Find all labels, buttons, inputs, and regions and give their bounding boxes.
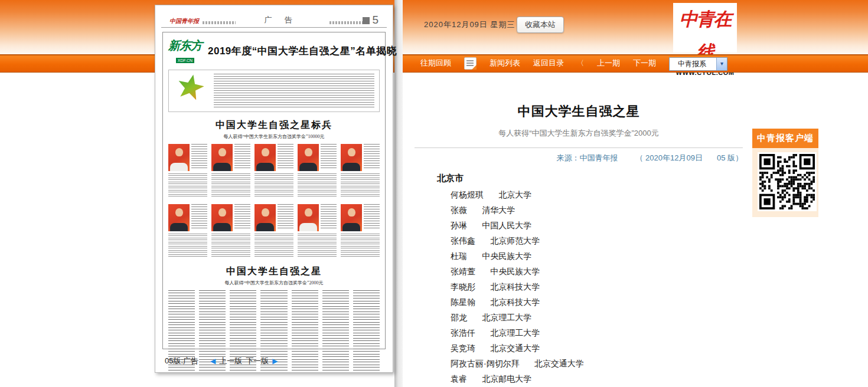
profile-bio-lines [341, 234, 380, 257]
profile-name-lines [278, 204, 293, 230]
student-row: 孙琳中国人民大学 [451, 218, 743, 233]
xdf-logo-text: 新东方 [168, 39, 202, 52]
article-title: 中国大学生自强之星 [415, 103, 743, 120]
paper-series-select[interactable]: 中青报系 ▾ [669, 57, 727, 71]
portrait-photo [168, 144, 190, 171]
student-row: 陈星翰北京科技大学 [451, 294, 743, 310]
profile-bio-lines [254, 234, 293, 257]
current-page-label: 05版:广告 [165, 356, 198, 366]
portrait-photo [168, 204, 190, 231]
profile-name-lines [364, 204, 380, 230]
profile-name-lines [234, 144, 250, 170]
profile-cell [254, 204, 293, 258]
intro-box [168, 70, 380, 112]
profile-name-lines [321, 144, 337, 170]
student-row: 张浩仟北京理工大学 [451, 325, 743, 340]
source-label: 来源： [556, 153, 579, 162]
profile-cell [254, 144, 293, 198]
issue-info: （ 2020年12月09日 [635, 153, 702, 162]
profile-name-lines [278, 144, 293, 170]
profile-bio-lines [254, 173, 293, 197]
xdf-logo: 新东方 XDF.CN [168, 38, 202, 64]
nav-next-issue[interactable]: 下一期 [633, 58, 656, 68]
page-number-block: 5 [363, 15, 378, 25]
article-subtitle: 每人获得“中国大学生新东方自强奖学金”2000元 [415, 128, 743, 139]
current-date: 2020年12月09日 星期三 [424, 19, 515, 30]
profile-bio-lines [168, 173, 207, 197]
student-row: 阿孜古丽·阔切尔拜北京交通大学 [451, 356, 743, 371]
prev-page-icon[interactable]: ◀ [210, 357, 216, 365]
next-page-link[interactable]: 下一版 [246, 356, 269, 366]
section2-title: 中国大学生自强之星 [168, 265, 380, 278]
favorite-site-button[interactable]: 收藏本站 [517, 17, 564, 33]
chevron-down-icon: ▾ [716, 58, 727, 70]
student-row: 邵龙北京理工大学 [451, 310, 743, 325]
portrait-photo [341, 144, 362, 171]
winner-name-column [322, 290, 349, 370]
profile-bio-lines [298, 173, 337, 197]
source-line: 来源：中国青年报（ 2020年12月09日05 版） [415, 153, 743, 163]
profile-cell [211, 204, 250, 258]
issue-list-icon[interactable] [464, 57, 477, 70]
paper-series-value: 中青报系 [670, 59, 716, 69]
student-row: 张靖萱中央民族大学 [451, 264, 743, 279]
portrait-photo [254, 144, 276, 171]
profile-name-lines [191, 144, 207, 170]
profile-cell [341, 204, 380, 258]
zqzx-star-logo [174, 74, 208, 108]
article-content: 中国大学生自强之星 每人获得“中国大学生新东方自强奖学金”2000元 来源：中国… [415, 72, 743, 387]
right-navbar: 往期回顾 新闻列表 返回目录 〈 上一期 下一期 〉 中青报系 ▾ [403, 54, 868, 73]
newspaper-page-panel: 中国青年报 广 告 5 新东方 XDF.CN 2019年度“中国大学生自强之星”… [155, 5, 393, 373]
student-list: 何杨煜琪北京大学张薇清华大学孙琳中国人民大学张伟鑫北京师范大学杜瑞中央民族大学张… [451, 187, 743, 387]
frame-divider [394, 0, 403, 387]
portrait-photo [254, 204, 276, 231]
profile-name-lines [234, 204, 250, 230]
page-grid-icon [363, 17, 370, 24]
next-page-icon[interactable]: ▶ [272, 357, 278, 365]
profile-cell [168, 144, 207, 198]
profiles-row-1 [168, 144, 380, 198]
profile-cell [211, 144, 250, 198]
profile-cell [168, 204, 207, 258]
section1-subtitle: 每人获得“中国大学生新东方自强奖学金”10000元 [168, 133, 380, 140]
ad-border-box: 新东方 XDF.CN 2019年度“中国大学生自强之星”名单揭晓 [162, 32, 386, 349]
winner-name-column [292, 290, 318, 370]
student-row: 何杨煜琪北京大学 [451, 187, 743, 202]
region-header: 北京市 [437, 173, 743, 184]
masthead-fine-print [203, 21, 236, 24]
nav-past-issues[interactable]: 往期回顾 [420, 58, 451, 68]
portrait-photo [211, 144, 233, 171]
portrait-photo [298, 204, 319, 231]
nav-prev-issue[interactable]: 上一期 [597, 58, 620, 68]
profile-bio-lines [211, 234, 250, 257]
qr-code [758, 152, 817, 211]
ad-headline: 2019年度“中国大学生自强之星”名单揭晓 [208, 44, 397, 58]
student-row: 杜瑞中央民族大学 [451, 248, 743, 264]
nav-news-list[interactable]: 新闻列表 [490, 58, 520, 68]
student-row: 李晓彤北京科技大学 [451, 279, 743, 294]
newspaper-viewer-frame: 中国青年报 广 告 5 新东方 XDF.CN 2019年度“中国大学生自强之星”… [0, 0, 394, 387]
app-promo-box: 中青报客户端 [752, 129, 818, 217]
app-promo-title: 中青报客户端 [752, 129, 818, 148]
student-row: 袁睿北京邮电大学 [451, 371, 743, 386]
prev-issue-icon[interactable]: 〈 [577, 58, 584, 68]
profile-cell [298, 204, 337, 258]
portrait-photo [298, 144, 319, 171]
prev-page-link[interactable]: 上一版 [219, 356, 242, 366]
profile-cell [298, 144, 337, 198]
portrait-photo [211, 204, 233, 231]
student-row: 张伟鑫北京师范大学 [451, 233, 743, 248]
source-name[interactable]: 中国青年报 [579, 153, 618, 162]
right-header-gradient: 2020年12月09日 星期三 收藏本站 中青在线 WWW.CYOL.COM [403, 0, 868, 54]
masthead-fine-print [329, 21, 363, 24]
profile-cell [341, 144, 380, 198]
nav-back-to-contents[interactable]: 返回目录 [533, 58, 564, 68]
article-frame: 2020年12月09日 星期三 收藏本站 中青在线 WWW.CYOL.COM 往… [403, 0, 868, 387]
portrait-photo [341, 204, 362, 231]
page-number: 5 [372, 15, 378, 25]
newspaper-section-label: 广 告 [236, 15, 326, 25]
profile-bio-lines [298, 234, 337, 257]
profile-name-lines [191, 204, 207, 230]
newspaper-brand: 中国青年报 [169, 17, 199, 25]
site-logo[interactable]: 中青在线 WWW.CYOL.COM [673, 3, 737, 53]
